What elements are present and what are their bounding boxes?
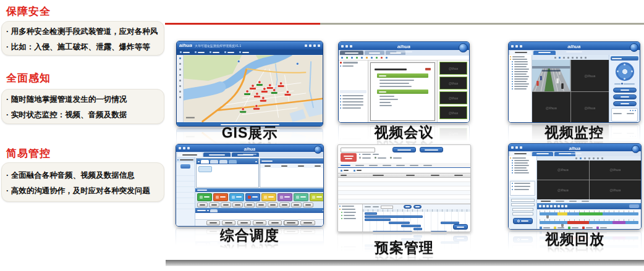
- group-call-button[interactable]: [261, 193, 276, 201]
- playback-device-tree[interactable]: [509, 156, 536, 180]
- gantt-tree[interactable]: [338, 204, 363, 232]
- monitor-device-tree[interactable]: [509, 55, 532, 123]
- pause-button[interactable]: [543, 205, 545, 207]
- globe-icon[interactable]: [630, 43, 638, 52]
- lower-panel-header[interactable]: [195, 208, 324, 213]
- video-toolbar[interactable]: [532, 55, 609, 60]
- gis-map-toolbar[interactable]: [177, 55, 184, 122]
- save-button[interactable]: [453, 224, 468, 230]
- mini-button[interactable]: [303, 202, 313, 207]
- timeline-track-2[interactable]: [540, 221, 638, 224]
- transfer-button[interactable]: [294, 193, 308, 201]
- mini-button[interactable]: [209, 202, 219, 207]
- play-button[interactable]: [539, 205, 541, 207]
- timeline-track-1[interactable]: [540, 212, 638, 215]
- mini-button[interactable]: [268, 202, 278, 207]
- prev-frame-button[interactable]: [550, 205, 553, 207]
- bottom-button[interactable]: [206, 220, 220, 225]
- roster-row[interactable]: [340, 65, 366, 67]
- ptz-button[interactable]: [613, 88, 637, 93]
- next-frame-button[interactable]: [554, 205, 556, 207]
- bottom-button[interactable]: [237, 220, 251, 225]
- video-cell[interactable]: @lhua: [590, 180, 642, 199]
- table-row[interactable]: [338, 182, 470, 186]
- video-thumbnail[interactable]: @lhua: [439, 91, 467, 104]
- globe-icon[interactable]: [314, 146, 322, 154]
- download-button[interactable]: [629, 204, 639, 208]
- gis-map[interactable]: [184, 55, 323, 122]
- video-cell[interactable]: @lhua: [571, 92, 609, 123]
- conference-toolbar[interactable]: [339, 56, 469, 60]
- video-thumbnail[interactable]: @lhua: [439, 77, 467, 90]
- gantt-bar[interactable]: [365, 215, 423, 218]
- new-plan-button[interactable]: [420, 147, 443, 152]
- gantt-toolbar[interactable]: [363, 204, 470, 209]
- stop-button[interactable]: [546, 205, 549, 207]
- mini-button[interactable]: [232, 202, 243, 207]
- search-button[interactable]: [513, 218, 533, 224]
- gantt-bar[interactable]: [365, 219, 391, 221]
- plan-action-buttons[interactable]: [338, 168, 470, 173]
- mini-button[interactable]: [244, 202, 255, 207]
- search-input[interactable]: [341, 148, 375, 152]
- checkbox-filters[interactable]: [359, 157, 468, 159]
- mini-button[interactable]: [291, 202, 302, 207]
- hangup-button[interactable]: [213, 193, 228, 201]
- gantt-bar[interactable]: [431, 231, 447, 232]
- start-time-input[interactable]: [511, 203, 535, 206]
- ptz-button[interactable]: [613, 101, 637, 106]
- menu-item[interactable]: [195, 51, 205, 53]
- preset-panel[interactable]: [611, 108, 638, 122]
- table-row[interactable]: [338, 195, 470, 199]
- contact-row[interactable]: [176, 162, 195, 170]
- bottom-button[interactable]: [300, 220, 315, 225]
- video-thumbnail[interactable]: @lhua: [439, 106, 467, 119]
- video-cell[interactable]: @lhua: [537, 161, 589, 180]
- start-date-input[interactable]: [511, 199, 535, 202]
- broadcast-button[interactable]: [245, 193, 260, 201]
- gantt-bar[interactable]: [413, 228, 422, 230]
- table-row[interactable]: [338, 199, 470, 204]
- mini-button[interactable]: [256, 202, 266, 207]
- mini-button[interactable]: [221, 202, 231, 207]
- mini-button[interactable]: [279, 202, 290, 207]
- list-row[interactable]: [340, 104, 366, 106]
- query-button[interactable]: [392, 147, 416, 152]
- table-row[interactable]: [338, 178, 470, 182]
- video-cell[interactable]: @lhua: [532, 92, 570, 123]
- bottom-button[interactable]: [268, 220, 282, 225]
- list-row[interactable]: [340, 107, 366, 109]
- snapshot-button[interactable]: [565, 205, 567, 207]
- gantt-bar[interactable]: [389, 222, 410, 224]
- bottom-button[interactable]: [253, 220, 266, 225]
- gis-titlebar-icons[interactable]: [305, 44, 320, 47]
- table-row[interactable]: [338, 186, 470, 191]
- video-button[interactable]: [229, 193, 244, 201]
- call-button[interactable]: [197, 193, 212, 201]
- conference-button[interactable]: [278, 193, 292, 201]
- gantt-bar[interactable]: [401, 225, 421, 227]
- session-tabstrip[interactable]: [197, 159, 258, 164]
- slow-button[interactable]: [557, 205, 560, 207]
- menu-item[interactable]: [180, 51, 190, 53]
- more-button[interactable]: [310, 193, 324, 201]
- table-row[interactable]: [338, 191, 470, 195]
- video-cell-live[interactable]: [532, 60, 570, 91]
- list-row[interactable]: [340, 98, 366, 99]
- playback-view-toolbar[interactable]: [537, 156, 641, 161]
- zoom-slider[interactable]: [613, 82, 636, 86]
- plan-tabs[interactable]: [338, 163, 470, 168]
- video-thumbnail[interactable]: @lhua: [439, 62, 467, 75]
- globe-icon[interactable]: [632, 145, 640, 153]
- menu-item[interactable]: [239, 51, 249, 53]
- session-chip[interactable]: [198, 166, 212, 172]
- ptz-direction-pad[interactable]: [616, 62, 634, 81]
- gis-menubar[interactable]: [177, 49, 323, 55]
- video-cell[interactable]: @lhua: [571, 60, 609, 91]
- end-time-input[interactable]: [512, 212, 533, 215]
- video-cell[interactable]: @lhua: [590, 161, 642, 180]
- ptz-button[interactable]: [613, 94, 637, 99]
- end-date-input[interactable]: [512, 208, 533, 211]
- list-row[interactable]: [340, 95, 366, 96]
- list-row[interactable]: [340, 101, 366, 102]
